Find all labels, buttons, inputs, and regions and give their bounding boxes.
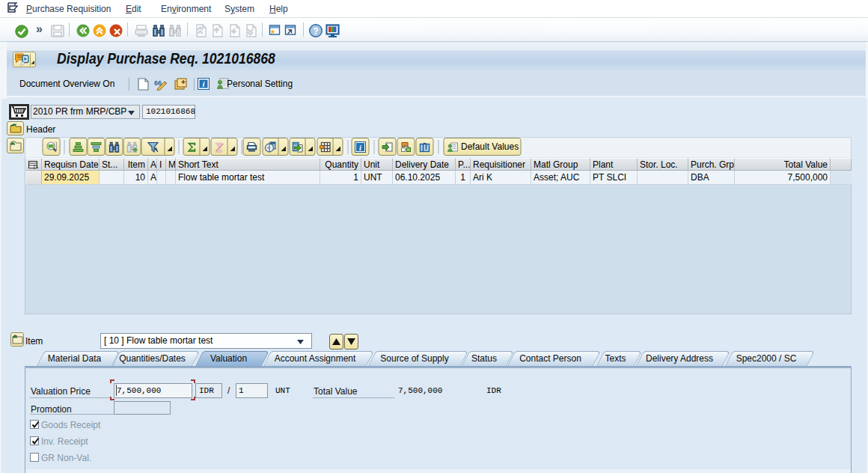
svg-text:?: ? xyxy=(313,26,318,37)
svg-text:i: i xyxy=(359,144,361,152)
